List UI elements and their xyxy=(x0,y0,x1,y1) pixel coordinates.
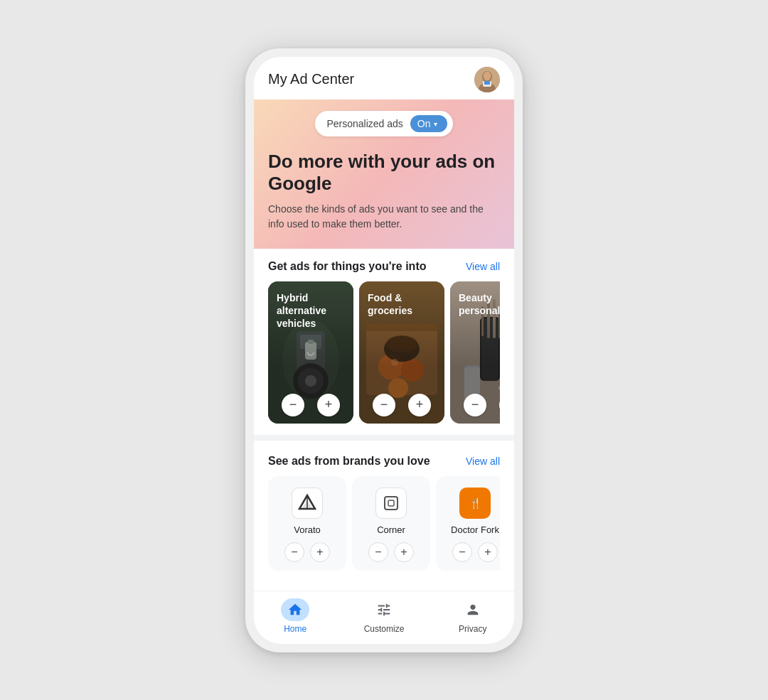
interest-card-beauty[interactable]: Beauty personal care − + xyxy=(450,281,500,424)
chevron-down-icon: ▾ xyxy=(434,120,437,128)
interests-header: Get ads for things you're into View all xyxy=(268,260,500,273)
brand-actions-vorato: − + xyxy=(284,542,330,562)
brand-card-vorato[interactable]: Vorato − + xyxy=(268,476,346,571)
brand-name-doctorfork: Doctor Fork xyxy=(451,524,499,535)
brand-dislike-corner[interactable]: − xyxy=(368,542,388,562)
card-like-vehicles[interactable]: + xyxy=(317,394,340,416)
toggle-label: Personalized ads xyxy=(326,118,402,129)
card-label-vehicles: Hybrid alternative vehicles xyxy=(277,291,353,330)
brand-cards-list: Vorato − + xyxy=(268,476,500,576)
card-like-food[interactable]: + xyxy=(408,394,431,416)
brand-name-corner: Corner xyxy=(377,524,405,535)
card-dislike-food[interactable]: − xyxy=(373,394,395,416)
brand-dislike-vorato[interactable]: − xyxy=(284,542,304,562)
brand-actions-doctorfork: − + xyxy=(452,542,498,562)
nav-customize-icon-wrap xyxy=(370,598,398,621)
brand-logo-corner xyxy=(375,488,407,519)
brand-actions-corner: − + xyxy=(368,542,414,562)
card-like-beauty[interactable]: + xyxy=(499,394,500,416)
brand-like-vorato[interactable]: + xyxy=(310,542,330,562)
home-icon xyxy=(287,602,303,618)
bottom-navigation: Home Customize Privacy xyxy=(254,591,514,644)
brand-name-vorato: Vorato xyxy=(294,524,321,535)
brand-card-corner[interactable]: Corner − + xyxy=(352,476,430,571)
page-title: My Ad Center xyxy=(268,71,354,87)
brands-section: See ads from brands you love View all xyxy=(254,443,514,582)
nav-home-label: Home xyxy=(284,624,306,634)
interests-title: Get ads for things you're into xyxy=(268,260,426,273)
brand-logo-vorato xyxy=(292,488,323,519)
brand-like-doctorfork[interactable]: + xyxy=(478,542,498,562)
card-label-beauty: Beauty personal care xyxy=(459,291,500,317)
toggle-on-button[interactable]: On ▾ xyxy=(410,115,447,132)
avatar[interactable] xyxy=(474,67,500,92)
interests-section: Get ads for things you're into View all xyxy=(254,249,514,435)
brands-title: See ads from brands you love xyxy=(268,455,430,468)
interest-card-food[interactable]: Food & groceries − + xyxy=(359,281,444,424)
svg-point-3 xyxy=(484,71,491,80)
interests-view-all[interactable]: View all xyxy=(466,261,500,272)
privacy-icon xyxy=(465,602,481,618)
brand-dislike-doctorfork[interactable]: − xyxy=(452,542,472,562)
hero-subtitle: Choose the kinds of ads you want to see … xyxy=(268,202,500,232)
card-dislike-vehicles[interactable]: − xyxy=(282,394,304,416)
nav-customize-label: Customize xyxy=(364,624,405,634)
brands-header: See ads from brands you love View all xyxy=(268,455,500,468)
app-header: My Ad Center xyxy=(254,57,514,99)
card-actions-beauty: − + xyxy=(450,394,500,416)
card-label-food: Food & groceries xyxy=(368,291,444,317)
card-actions-vehicles: − + xyxy=(268,394,353,416)
svg-text:🍴: 🍴 xyxy=(469,497,482,510)
nav-privacy-icon-wrap xyxy=(459,598,487,621)
personalized-toggle-bar: Personalized ads On ▾ xyxy=(315,111,452,136)
svg-rect-39 xyxy=(388,500,394,506)
hero-title: Do more with your ads on Google xyxy=(268,151,500,195)
brand-card-doctorfork[interactable]: 🍴 Doctor Fork − + xyxy=(436,476,500,571)
card-dislike-beauty[interactable]: − xyxy=(464,394,486,416)
hero-section: Personalized ads On ▾ Do more with your … xyxy=(254,99,514,249)
brand-like-corner[interactable]: + xyxy=(394,542,414,562)
nav-customize[interactable]: Customize xyxy=(364,598,405,634)
svg-rect-5 xyxy=(484,81,490,85)
interest-cards-list: Hybrid alternative vehicles − + xyxy=(268,281,500,429)
nav-privacy-label: Privacy xyxy=(459,624,486,634)
section-divider xyxy=(254,435,514,441)
phone-screen: My Ad Center Personalized ads xyxy=(254,57,514,644)
main-scroll: Personalized ads On ▾ Do more with your … xyxy=(254,99,514,591)
nav-privacy[interactable]: Privacy xyxy=(459,598,487,634)
interest-card-vehicles[interactable]: Hybrid alternative vehicles − + xyxy=(268,281,353,424)
svg-rect-38 xyxy=(385,497,398,510)
brand-logo-doctorfork: 🍴 xyxy=(459,488,491,519)
nav-home-icon-wrap xyxy=(281,598,309,621)
brands-view-all[interactable]: View all xyxy=(466,456,500,467)
card-actions-food: − + xyxy=(359,394,444,416)
nav-home[interactable]: Home xyxy=(281,598,309,634)
customize-icon xyxy=(376,602,392,618)
phone-frame: My Ad Center Personalized ads xyxy=(245,48,523,652)
